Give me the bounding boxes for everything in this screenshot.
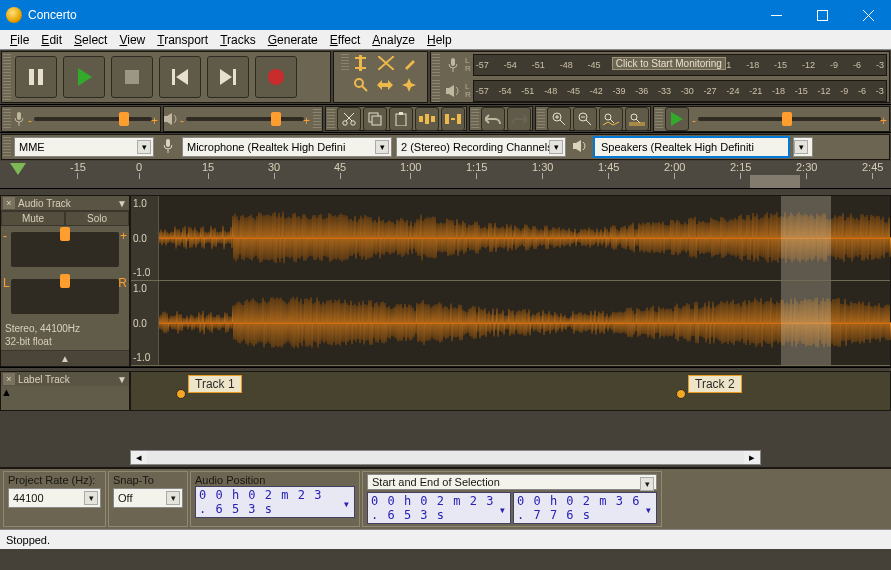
timeshift-tool[interactable]	[373, 74, 397, 96]
chevron-down-icon[interactable]: ▾	[645, 503, 653, 513]
selection-mode-select[interactable]: Start and End of Selection▾	[367, 474, 657, 490]
paste-button[interactable]	[389, 107, 413, 131]
track-close-button[interactable]: ×	[3, 373, 15, 385]
timeline-selection[interactable]	[750, 175, 800, 189]
window-maximize-button[interactable]	[799, 0, 845, 30]
redo-button[interactable]	[507, 107, 531, 131]
cut-button[interactable]	[337, 107, 361, 131]
waveform-selection[interactable]	[781, 281, 831, 365]
toolbar-grip[interactable]	[655, 109, 663, 129]
label-pin[interactable]	[676, 389, 686, 399]
toolbar-grip[interactable]	[3, 54, 11, 100]
track-waveform-area[interactable]: 1.00.0-1.0 1.00.0-1.0	[130, 195, 891, 367]
toolbar-grip[interactable]	[3, 137, 11, 157]
menu-file[interactable]: File	[10, 33, 29, 47]
toolbar-grip[interactable]	[327, 109, 335, 128]
menu-view[interactable]: View	[119, 33, 145, 47]
fit-project-button[interactable]	[625, 107, 649, 131]
playback-device-input[interactable]	[599, 140, 784, 154]
timeline-ruler[interactable]: -1501530451:001:151:301:452:002:152:302:…	[0, 161, 891, 189]
playback-device-select[interactable]	[594, 137, 789, 157]
toolbar-grip[interactable]	[3, 109, 11, 129]
scale-bot: -1.0	[133, 267, 156, 278]
window-close-button[interactable]	[845, 0, 891, 30]
label-tag[interactable]: Track 1	[188, 375, 242, 393]
playback-speed-slider[interactable]: -+	[698, 117, 881, 121]
play-button[interactable]	[63, 56, 105, 98]
track-menu-button[interactable]: ▼	[117, 374, 127, 385]
track-collapse-button[interactable]: ▲	[1, 350, 129, 366]
menu-edit[interactable]: Edit	[41, 33, 62, 47]
label-tag[interactable]: Track 2	[688, 375, 742, 393]
window-minimize-button[interactable]	[753, 0, 799, 30]
play-at-speed-button[interactable]	[665, 107, 689, 131]
track-collapse-button[interactable]: ▲	[1, 386, 129, 398]
track-gain-slider[interactable]: -+	[11, 232, 119, 267]
menu-tracks[interactable]: Tracks	[220, 33, 256, 47]
menu-select[interactable]: Select	[74, 33, 107, 47]
fit-selection-button[interactable]	[599, 107, 623, 131]
track-menu-button[interactable]: ▼	[117, 198, 127, 209]
scroll-left-button[interactable]: ◂	[131, 451, 147, 464]
skip-end-button[interactable]	[207, 56, 249, 98]
mute-button[interactable]: Mute	[1, 211, 65, 226]
toolbar-grip[interactable]	[341, 54, 349, 72]
project-rate-select[interactable]: 44100▾	[8, 488, 101, 508]
playback-volume-slider[interactable]: -+	[186, 117, 304, 121]
recording-meter[interactable]: -57-54-51-48-45-42-21-18-15-12-9-6-3 Cli…	[473, 54, 887, 76]
zoom-in-button[interactable]	[547, 107, 571, 131]
label-track-body[interactable]: Track 1 Track 2	[130, 371, 891, 411]
snap-to-select[interactable]: Off▾	[113, 488, 183, 508]
track-close-button[interactable]: ×	[3, 197, 15, 209]
zoom-out-button[interactable]	[573, 107, 597, 131]
toolbar-grip[interactable]	[313, 109, 321, 129]
toolbar-grip[interactable]	[471, 109, 479, 128]
scroll-right-button[interactable]: ▸	[744, 451, 760, 464]
stop-button[interactable]	[111, 56, 153, 98]
horizontal-scrollbar[interactable]: ◂ ▸	[130, 450, 761, 465]
menu-generate[interactable]: Generate	[268, 33, 318, 47]
playback-meter[interactable]: -57-54-51-48-45-42-39-36-33-30-27-24-21-…	[473, 80, 887, 102]
monitoring-chip[interactable]: Click to Start Monitoring	[612, 57, 726, 70]
skip-start-button[interactable]	[159, 56, 201, 98]
playhead-cursor[interactable]	[10, 163, 26, 175]
multi-tool[interactable]	[397, 74, 421, 96]
silence-button[interactable]	[441, 107, 465, 131]
pause-button[interactable]	[15, 56, 57, 98]
speaker-meter-icon[interactable]	[441, 80, 465, 102]
recording-device-value: Microphone (Realtek High Defini	[187, 141, 345, 153]
audio-position-field[interactable]: 0 0 h 0 2 m 2 3 . 6 5 3 s▾	[195, 486, 355, 518]
track-bitdepth-text: 32-bit float	[5, 336, 52, 347]
chevron-down-icon[interactable]: ▾	[343, 497, 351, 507]
chevron-down-icon[interactable]: ▾	[499, 503, 507, 513]
menu-help[interactable]: Help	[427, 33, 452, 47]
solo-button[interactable]: Solo	[65, 211, 129, 226]
copy-button[interactable]	[363, 107, 387, 131]
selection-end-field[interactable]: 0 0 h 0 2 m 3 6 . 7 7 6 s▾	[513, 492, 657, 524]
toolbar-grip[interactable]	[432, 80, 440, 102]
label-pin[interactable]	[176, 389, 186, 399]
draw-tool[interactable]	[398, 52, 422, 74]
toolbar-grip[interactable]	[432, 54, 440, 76]
mic-meter-icon[interactable]	[441, 54, 465, 76]
waveform-selection[interactable]	[781, 196, 831, 280]
menu-transport[interactable]: Transport	[157, 33, 208, 47]
recording-volume-slider[interactable]: -+	[34, 117, 152, 121]
scale-top: 1.0	[133, 198, 156, 209]
selection-tool[interactable]	[350, 52, 374, 74]
selection-start-field[interactable]: 0 0 h 0 2 m 2 3 . 6 5 3 s▾	[367, 492, 511, 524]
track-pan-slider[interactable]: LR	[11, 279, 119, 314]
record-button[interactable]	[255, 56, 297, 98]
svg-rect-20	[431, 116, 435, 122]
recording-device-select[interactable]: Microphone (Realtek High Defini▾	[182, 137, 392, 157]
audio-host-select[interactable]: MME▾	[14, 137, 154, 157]
menu-analyze[interactable]: Analyze	[372, 33, 415, 47]
recording-channels-select[interactable]: 2 (Stereo) Recording Channels▾	[396, 137, 566, 157]
menu-effect[interactable]: Effect	[330, 33, 360, 47]
trim-button[interactable]	[415, 107, 439, 131]
playback-device-dropdown[interactable]: ▾	[793, 137, 813, 157]
undo-button[interactable]	[481, 107, 505, 131]
toolbar-grip[interactable]	[537, 109, 545, 128]
envelope-tool[interactable]	[374, 52, 398, 74]
zoom-tool[interactable]	[349, 74, 373, 96]
